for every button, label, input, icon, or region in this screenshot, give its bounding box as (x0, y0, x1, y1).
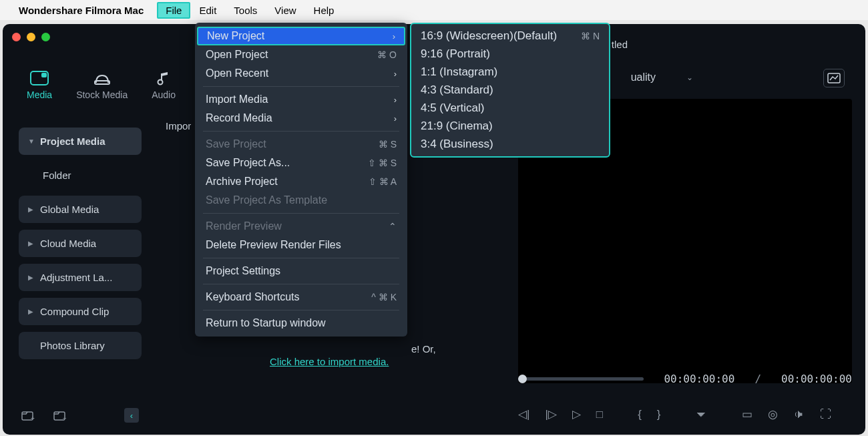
submenu-label: 1:1 (Instagram) (421, 65, 497, 79)
sidebar-item-cloud-media[interactable]: ▶ Cloud Media (19, 230, 142, 257)
menubar-view[interactable]: View (266, 2, 304, 19)
menu-archive-project[interactable]: Archive Project ⇧ ⌘ A (195, 172, 407, 191)
window-minimize-button[interactable] (27, 33, 35, 41)
traffic-lights (12, 33, 50, 41)
menu-separator (203, 213, 399, 214)
transport-controls: ◁| |▷ ▷ □ { } ⏷ ▭ ◎ 🕩 ⛶ (518, 407, 852, 421)
sidebar-item-photos-library[interactable]: Photos Library (19, 332, 142, 359)
display-icon[interactable]: ▭ (742, 407, 752, 421)
menu-shortcut: ⇧ ⌘ S (368, 158, 397, 168)
window-title: tled (612, 39, 628, 50)
new-project-submenu: 16:9 (Widescreen)(Default) ⌘ N 9:16 (Por… (410, 23, 610, 158)
menu-delete-render-files[interactable]: Delete Preview Render Files (195, 236, 407, 254)
prev-frame-icon[interactable]: ◁| (518, 407, 529, 421)
timecode-separator: / (754, 373, 761, 385)
menu-separator (203, 284, 399, 284)
svg-rect-2 (95, 81, 110, 84)
mark-in-icon[interactable]: { (638, 408, 642, 421)
stop-icon[interactable]: □ (596, 408, 603, 421)
menu-save-project-as[interactable]: Save Project As... ⇧ ⌘ S (195, 154, 407, 172)
menubar-file[interactable]: File (157, 2, 190, 19)
svg-text:−: − (63, 415, 67, 421)
menu-label: Save Project As... (206, 157, 290, 169)
tab-audio-label: Audio (152, 89, 176, 100)
window-zoom-button[interactable] (41, 33, 50, 41)
menu-label: Render Preview (206, 220, 282, 232)
menu-import-media[interactable]: Import Media › (195, 90, 407, 109)
menubar-help[interactable]: Help (305, 2, 343, 19)
sidebar-item-project-media[interactable]: ▼ Project Media (19, 128, 142, 155)
chevron-right-icon: › (393, 31, 395, 41)
menubar: Wondershare Filmora Mac File Edit Tools … (0, 0, 868, 20)
menu-label: Return to Startup window (206, 317, 326, 329)
menubar-tools[interactable]: Tools (225, 2, 266, 19)
menu-label: Open Recent (206, 67, 268, 79)
menu-record-media[interactable]: Record Media › (195, 109, 407, 128)
tab-media[interactable]: Media (17, 65, 61, 105)
snapshot-icon[interactable]: ◎ (768, 407, 778, 421)
menu-new-project[interactable]: New Project › (197, 27, 405, 45)
tab-stock-media[interactable]: Stock Media (67, 65, 137, 105)
menu-label: Delete Preview Render Files (206, 239, 341, 251)
scrub-handle[interactable] (518, 375, 527, 383)
sidebar: ▼ Project Media Folder ▶ Global Media ▶ … (19, 128, 142, 359)
window-close-button[interactable] (12, 33, 21, 41)
submenu-4-5[interactable]: 4:5 (Vertical) (421, 101, 600, 115)
sidebar-item-global-media[interactable]: ▶ Global Media (19, 196, 142, 223)
sidebar-item-label: Photos Library (40, 340, 105, 351)
import-media-link[interactable]: Click here to import media. (270, 356, 389, 367)
next-frame-icon[interactable]: |▷ (545, 407, 556, 421)
submenu-16-9[interactable]: 16:9 (Widescreen)(Default) ⌘ N (421, 29, 600, 43)
submenu-9-16[interactable]: 9:16 (Portrait) (421, 47, 600, 61)
quality-label: uality (631, 71, 656, 83)
sidebar-item-folder[interactable]: Folder (19, 162, 142, 189)
sidebar-item-label: Cloud Media (40, 238, 96, 249)
chevron-down-icon: ▼ (28, 138, 33, 145)
submenu-label: 4:3 (Standard) (421, 83, 493, 97)
menu-project-settings[interactable]: Project Settings (195, 262, 407, 280)
quality-dropdown[interactable]: uality ⌄ (631, 71, 693, 83)
menu-return-startup[interactable]: Return to Startup window (195, 314, 407, 333)
tab-stock-media-label: Stock Media (76, 89, 128, 100)
submenu-4-3[interactable]: 4:3 (Standard) (421, 83, 600, 97)
menu-label: Project Settings (206, 265, 280, 277)
marker-icon[interactable]: ⏷ (696, 408, 707, 421)
menu-open-project[interactable]: Open Project ⌘ O (195, 45, 407, 64)
volume-icon[interactable]: 🕩 (793, 408, 805, 421)
import-button-fragment[interactable]: Impor (166, 120, 191, 132)
submenu-shortcut: ⌘ N (581, 31, 600, 41)
tab-audio[interactable]: Audio (142, 65, 185, 105)
menu-separator (203, 131, 399, 132)
svg-point-3 (158, 80, 163, 85)
sidebar-item-adjustment-layer[interactable]: ▶ Adjustment La... (19, 264, 142, 291)
sidebar-item-label: Project Media (40, 136, 105, 147)
sidebar-item-label: Adjustment La... (40, 272, 112, 283)
chevron-right-icon: › (394, 95, 397, 105)
scrub-bar[interactable] (518, 377, 644, 381)
chevron-down-icon: ⌄ (686, 73, 693, 82)
menu-shortcut: ⇧ ⌘ A (369, 176, 397, 187)
menu-open-recent[interactable]: Open Recent › (195, 64, 407, 83)
media-icon (30, 71, 49, 85)
submenu-3-4[interactable]: 3:4 (Business) (421, 138, 600, 151)
delete-folder-icon[interactable]: − (53, 409, 67, 421)
submenu-1-1[interactable]: 1:1 (Instagram) (421, 65, 600, 79)
collapse-sidebar-button[interactable]: ‹ (124, 408, 139, 423)
chevron-right-icon: ▶ (28, 308, 33, 315)
sidebar-item-compound-clip[interactable]: ▶ Compound Clip (19, 298, 142, 325)
play-icon[interactable]: ▷ (572, 407, 581, 421)
submenu-21-9[interactable]: 21:9 (Cinema) (421, 120, 600, 133)
analytics-icon[interactable] (823, 69, 845, 87)
chevron-right-icon: ▶ (28, 274, 33, 281)
menu-save-template: Save Project As Template (195, 191, 407, 210)
fullscreen-icon[interactable]: ⛶ (820, 408, 831, 421)
audio-icon (154, 71, 173, 85)
menu-keyboard-shortcuts[interactable]: Keyboard Shortcuts ^ ⌘ K (195, 288, 407, 306)
submenu-label: 21:9 (Cinema) (421, 120, 493, 133)
submenu-label: 16:9 (Widescreen)(Default) (421, 29, 557, 43)
menubar-edit[interactable]: Edit (190, 2, 225, 19)
tab-media-label: Media (27, 89, 52, 100)
submenu-label: 3:4 (Business) (421, 138, 493, 151)
mark-out-icon[interactable]: } (657, 408, 661, 421)
new-folder-icon[interactable]: + (21, 409, 35, 421)
